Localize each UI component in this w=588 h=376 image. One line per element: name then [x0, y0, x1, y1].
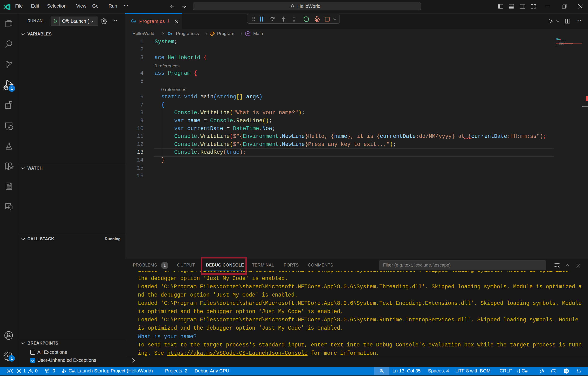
- svg-text:C#: C#: [565, 370, 568, 372]
